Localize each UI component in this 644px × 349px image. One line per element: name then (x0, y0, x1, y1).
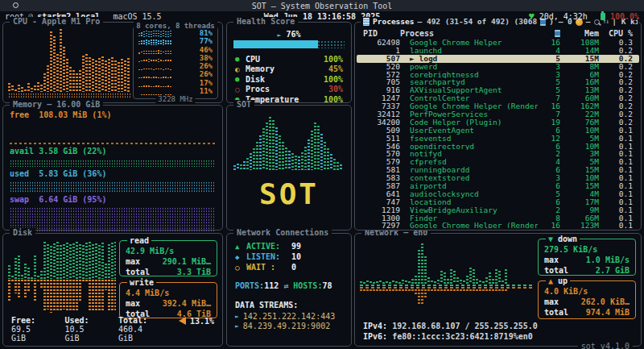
active-connections-row: ▲ ACTIVE: 99 (235, 241, 343, 251)
process-name: locationd (400, 198, 538, 206)
cpu-core-sparkline (138, 30, 190, 37)
network-down-graph (360, 239, 533, 284)
disk-used: Used: 10.5 GiB (64, 316, 98, 343)
health-items-list: ●CPU100%◐Memory45%●Disk100%○Procs30%●Tem… (235, 54, 343, 105)
process-row[interactable]: 7297Google Chrome Helper (Renderer)16123… (357, 222, 639, 228)
process-rows: 62498Google Chrome Helper16108M0.31launc… (357, 39, 639, 228)
disk-usage-percent: 13.1% (190, 317, 214, 326)
cpu-core-row: 26% (138, 63, 213, 70)
health-score-value: 76% (286, 30, 300, 39)
disk-read-box-title: read (127, 236, 151, 245)
stream-arrow-icon: ► (235, 313, 239, 320)
process-name: corebrightnessd (400, 71, 538, 79)
health-item-label: Disk (246, 75, 324, 84)
cpu-core-row: 81% (138, 30, 213, 37)
disk-read-graph (8, 240, 116, 279)
network-panel: Network — en0 ▼ down 279.5 KiB/s max1.0 … (354, 233, 642, 347)
down-max: max1.0 MiB/s (544, 255, 630, 265)
hosts-count: 78 (322, 281, 332, 290)
cpu-core-row: 46% (138, 47, 213, 54)
health-score-line: ► 76% (227, 30, 351, 39)
uptime-value: 20d, 4:32h (539, 12, 588, 21)
listen-count: 10 (291, 252, 301, 261)
data-streams-label: DATA STREAMS: (235, 301, 343, 311)
process-name: launchd (400, 47, 538, 55)
ipv4-label: IPv4: (363, 322, 387, 330)
cpu-core-row: 17% (138, 80, 213, 87)
data-stream-row: ►84.239.49.219:9002 (235, 321, 343, 330)
disk-footer: Free: 69.5 GiB Used: 10.5 GiB Total: 460… (11, 316, 214, 343)
active-count: 99 (291, 242, 301, 251)
stream-arrow-icon: ► (235, 322, 239, 330)
listen-connections-row: ◆ LISTEN: 10 (235, 251, 343, 262)
health-item-marker: ● (235, 55, 246, 63)
uptime-heart-icon: ♥ (529, 11, 535, 22)
cpu-core-sparkline (138, 63, 190, 70)
cpu-core-percent: 11% (190, 88, 213, 95)
health-item: ●Disk100% (235, 74, 343, 85)
process-columns-header[interactable]: PID Process Mem CPU % (357, 28, 639, 38)
process-name: audioclocksyncd (400, 190, 538, 198)
os-version: macOS 15.5 (113, 12, 161, 21)
cpu-core-percent: 26% (190, 63, 213, 70)
stream-address: 142.251.222.142:443 (243, 312, 335, 321)
health-item-label: Temperature (246, 95, 324, 104)
data-streams-list: ►142.251.222.142:443►84.239.49.219:9002 (235, 311, 343, 330)
network-down-box-title: ▼ down (546, 235, 580, 243)
memory-avail-label: avail 3.58 GiB (22%) (10, 147, 216, 156)
down-total: total2.7 GiB (544, 265, 630, 276)
health-item-marker: ◐ (235, 65, 246, 73)
network-up-box: ▲ up 4.0 KiB/s max262.0 KiB… total974.4 … (538, 280, 636, 319)
processes-summary-1: — 492 (31-54 of 492) (3068 (417, 17, 537, 27)
stream-address: 84.239.49.219:9002 (243, 322, 330, 330)
threads-column-icon (555, 30, 560, 37)
window-title: SOT — System Observation Tool (252, 2, 393, 10)
disk-usage: 13.1% (179, 316, 214, 326)
cpu-core-sparkline (138, 80, 190, 87)
active-triangle-icon: ▲ (235, 243, 246, 251)
cpu-graph-baseline (8, 93, 130, 98)
window-circle-icon[interactable] (13, 2, 19, 8)
disk-write-graph (8, 280, 116, 314)
memory-panel-title: Memory — 16.00 GiB (10, 100, 103, 110)
process-name: contextstored (400, 174, 538, 182)
health-item-value: 100% (324, 55, 343, 64)
memory-free-label: free 108.03 MiB (1%) (10, 110, 216, 119)
sot-panel: SOT SOT (226, 105, 352, 231)
process-name: ControlCenter (400, 94, 538, 102)
ipv4-value: 192.168.68.107 / 255.255.255.0 (392, 322, 538, 330)
score-arrow-icon: ► (278, 31, 282, 39)
process-name: fseventsd (400, 135, 538, 143)
ipv6-value: fe80::1ccc:3c23:6421:8719%en0 (392, 332, 533, 341)
memory-avail-graph (10, 160, 216, 167)
wait-connections-row: ○ WAIT : 0 (235, 262, 343, 272)
health-item-label: CPU (246, 55, 324, 64)
health-item: ○Procs30% (235, 85, 343, 95)
cpu-core-sparkline (138, 55, 190, 62)
memory-swap-label: swap 6.64 GiB (95%) (10, 195, 216, 204)
ports-count: 112 (264, 281, 279, 290)
process-name: cfprefsd (400, 158, 538, 166)
process-name: Google Chrome Helper (Renderer) (400, 222, 538, 228)
health-item-label: Procs (246, 85, 328, 93)
disk-write-box: write 4.4 MiB/s max392.4 MiB… total4.6 T… (119, 282, 217, 318)
process-name: airportd (400, 182, 538, 190)
process-threads: 16 (538, 222, 560, 228)
cpu-core-row: 77% (138, 38, 213, 45)
disk-read-max: max290.1 MiB… (126, 256, 211, 267)
disk-read-total: total3.3 TiB (126, 267, 211, 277)
column-pid: PID (363, 29, 400, 38)
wait-count: 0 (291, 263, 296, 272)
health-score-bar-fill (233, 40, 318, 48)
cpu-panel-title: CPU - Apple M1 Pro (10, 17, 103, 27)
cpu-cores-list: 81%77%46%38%26%26%17%11% (138, 30, 213, 95)
process-name: runningboardd (400, 166, 538, 174)
process-name: Google Chrome Helper (Renderer) (400, 102, 538, 110)
process-name: AXVisualSupportAgent (400, 86, 538, 94)
disk-read-box: read 42.9 MiB/s max290.1 MiB… total3.3 T… (119, 240, 217, 276)
cpu-core-sparkline (138, 47, 190, 54)
pie-slice-icon (179, 317, 186, 325)
health-item-value: 30% (328, 85, 343, 93)
process-name: Code Helper (Plugin) (400, 118, 538, 127)
memory-used-graph (10, 181, 216, 193)
